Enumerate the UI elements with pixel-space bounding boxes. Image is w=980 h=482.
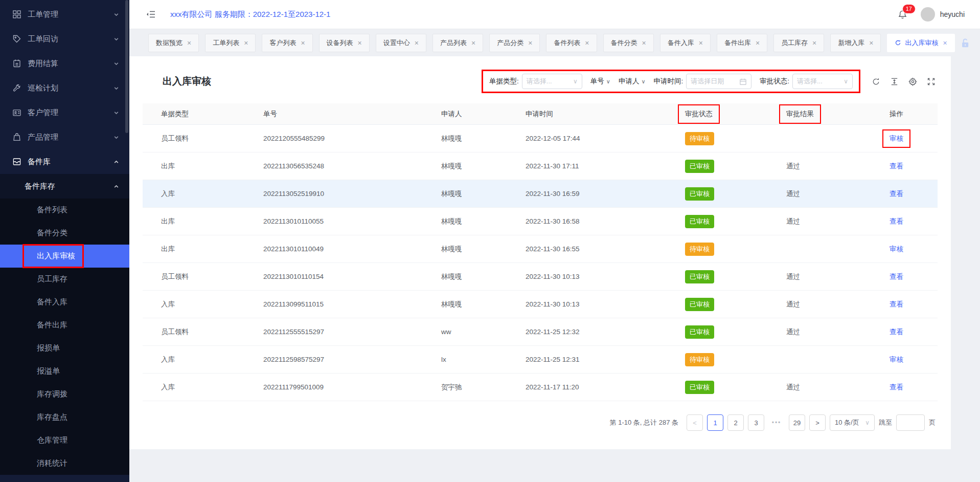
jump-page-input[interactable]	[896, 414, 925, 431]
tab-产品列表[interactable]: 产品列表×	[432, 34, 483, 52]
table-row: 出库2022113056535248林嘎嘎2022-11-30 17:11已审核…	[143, 152, 938, 180]
sidebar-subitem-出入库审核[interactable]: 出入库审核	[0, 245, 129, 268]
tab-新增入库[interactable]: 新增入库×	[830, 34, 881, 52]
view-link[interactable]: 查看	[890, 300, 903, 308]
notification-count-badge: 17	[902, 4, 916, 14]
sidebar-subitem-报损单[interactable]: 报损单	[0, 337, 129, 360]
lock-icon[interactable]	[960, 37, 971, 49]
pages-ellipsis[interactable]: •••	[768, 414, 785, 431]
cell-action: 审核	[890, 129, 910, 148]
page-button-3[interactable]: 3	[748, 414, 764, 431]
page-button-1[interactable]: 1	[707, 414, 723, 431]
tab-label: 产品分类	[497, 38, 523, 48]
prev-page-button[interactable]: <	[687, 414, 703, 431]
sidebar-item-产品管理[interactable]: 产品管理	[0, 125, 129, 149]
tab-备件分类[interactable]: 备件分类×	[603, 34, 654, 52]
column-header-申请时间: 申请时间	[526, 109, 553, 119]
tab-备件出库[interactable]: 备件出库×	[717, 34, 767, 52]
density-icon[interactable]	[890, 77, 899, 86]
menu-fold-icon[interactable]	[146, 10, 156, 19]
sidebar-item-费用结算[interactable]: 费用结算	[0, 51, 129, 76]
sidebar-item-备件库[interactable]: 备件库	[0, 149, 129, 174]
tab-label: 新增入库	[838, 38, 864, 48]
placeholder: 请选择日期	[691, 77, 739, 86]
tab-工单列表[interactable]: 工单列表×	[205, 34, 256, 52]
expand-icon[interactable]	[927, 77, 936, 86]
close-icon[interactable]: ×	[358, 39, 362, 47]
filter-doc-type-select[interactable]: 请选择...∨	[522, 74, 582, 89]
tab-label: 出入库审核	[905, 38, 938, 48]
filter-approval-status-select[interactable]: 请选择...∨	[792, 74, 853, 89]
cell-apply-time: 2022-11-25 12:32	[526, 328, 685, 336]
close-icon[interactable]: ×	[528, 39, 532, 47]
cell-action: 查看	[890, 383, 903, 392]
tab-产品分类[interactable]: 产品分类×	[489, 34, 540, 52]
filter-apply-time-input[interactable]: 请选择日期	[686, 74, 751, 89]
tab-备件列表[interactable]: 备件列表×	[546, 34, 597, 52]
sidebar-subitem-报溢单[interactable]: 报溢单	[0, 360, 129, 383]
view-link[interactable]: 查看	[890, 383, 903, 391]
sidebar-subitem-库存盘点[interactable]: 库存盘点	[0, 406, 129, 429]
sidebar-item-工单管理[interactable]: 工单管理	[0, 2, 129, 27]
table-row: 出库2022113010110055林嘎嘎2022-11-30 16:58已审核…	[143, 208, 938, 235]
tab-出入库审核[interactable]: 出入库审核×	[887, 34, 954, 52]
close-icon[interactable]: ×	[943, 39, 947, 47]
page-button-29[interactable]: 29	[789, 414, 805, 431]
close-icon[interactable]: ×	[812, 39, 816, 47]
tab-客户列表[interactable]: 客户列表×	[262, 34, 312, 52]
sidebar-menu: 工单管理工单回访费用结算巡检计划客户管理产品管理备件库	[0, 0, 129, 174]
sidebar-item-客户管理[interactable]: 客户管理	[0, 100, 129, 125]
close-icon[interactable]: ×	[756, 39, 760, 47]
close-icon[interactable]: ×	[301, 39, 305, 47]
close-icon[interactable]: ×	[187, 39, 191, 47]
next-page-button[interactable]: >	[809, 414, 826, 431]
sidebar-subitem-消耗统计[interactable]: 消耗统计	[0, 452, 129, 475]
close-icon[interactable]: ×	[471, 39, 475, 47]
sidebar-subitem-库存调拨[interactable]: 库存调拨	[0, 383, 129, 406]
notification-bell-icon[interactable]: 17	[898, 10, 907, 19]
sidebar-subitem-备件入库[interactable]: 备件入库	[0, 291, 129, 314]
filter-applicant-dropdown[interactable]: 申请人∨	[619, 77, 646, 86]
filter-doc-no-dropdown[interactable]: 单号∨	[590, 77, 610, 86]
cell-doc-type: 出库	[161, 245, 263, 254]
status-badge: 已审核	[685, 215, 714, 228]
refresh-icon[interactable]	[872, 77, 880, 86]
sidebar-subitem-备件分类[interactable]: 备件分类	[0, 222, 129, 245]
sidebar-subitem-备件列表[interactable]: 备件列表	[0, 199, 129, 222]
close-icon[interactable]: ×	[585, 39, 589, 47]
audit-link[interactable]: 审核	[890, 245, 903, 253]
audit-link[interactable]: 审核	[890, 135, 903, 142]
avatar[interactable]	[921, 7, 935, 21]
sidebar-subitem-备件出库[interactable]: 备件出库	[0, 314, 129, 337]
audit-link[interactable]: 审核	[890, 356, 903, 363]
username[interactable]: heyuchi	[940, 10, 965, 18]
close-icon[interactable]: ×	[415, 39, 419, 47]
cell-doc-no: 2022113010110055	[263, 217, 441, 225]
tab-备件入库[interactable]: 备件入库×	[660, 34, 711, 52]
view-link[interactable]: 查看	[890, 273, 903, 280]
view-link[interactable]: 查看	[890, 162, 903, 170]
tab-label: 工单列表	[213, 38, 239, 48]
page-size-select[interactable]: 10 条/页 ∨	[830, 414, 875, 431]
sidebar-item-巡检计划[interactable]: 巡检计划	[0, 76, 129, 100]
close-icon[interactable]: ×	[642, 39, 646, 47]
page-button-2[interactable]: 2	[727, 414, 744, 431]
sidebar-item-label: 工单管理	[28, 10, 113, 19]
close-icon[interactable]: ×	[244, 39, 248, 47]
sidebar-subitem-仓库管理[interactable]: 仓库管理	[0, 429, 129, 452]
view-link[interactable]: 查看	[890, 328, 903, 336]
gear-icon[interactable]	[908, 77, 917, 86]
tab-设置中心[interactable]: 设置中心×	[376, 34, 426, 52]
close-icon[interactable]: ×	[699, 39, 703, 47]
tab-员工库存[interactable]: 员工库存×	[773, 34, 824, 52]
view-link[interactable]: 查看	[890, 217, 903, 225]
tab-数据预览[interactable]: 数据预览×	[148, 34, 199, 52]
sidebar-item-工单回访[interactable]: 工单回访	[0, 27, 129, 51]
sidebar-scrollbar[interactable]	[125, 0, 128, 133]
company-service-info[interactable]: xxx有限公司 服务期限：2022-12-1至2023-12-1	[170, 10, 330, 19]
sidebar-item-beijiankucun[interactable]: 备件库存	[0, 174, 129, 199]
tab-设备列表[interactable]: 设备列表×	[319, 34, 370, 52]
close-icon[interactable]: ×	[869, 39, 873, 47]
view-link[interactable]: 查看	[890, 190, 903, 198]
sidebar-subitem-员工库存[interactable]: 员工库存	[0, 268, 129, 291]
